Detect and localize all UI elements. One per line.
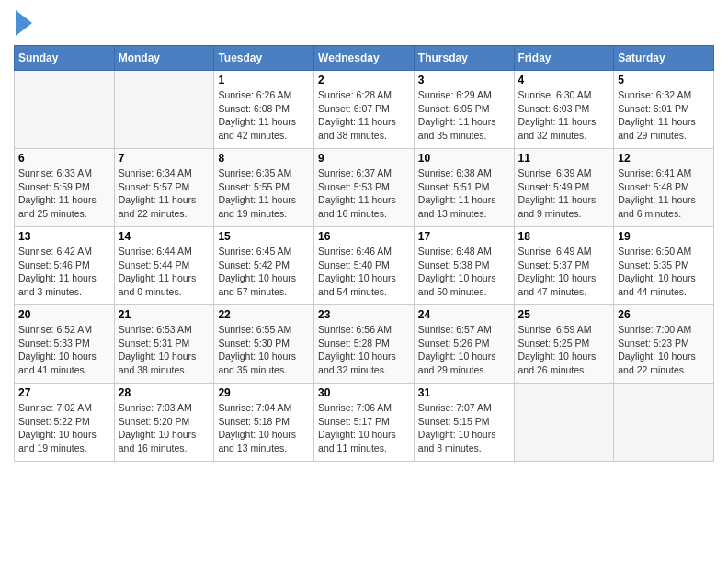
day-cell: 6Sunrise: 6:33 AM Sunset: 5:59 PM Daylig… (15, 149, 115, 227)
day-number: 18 (518, 230, 610, 243)
day-cell: 7Sunrise: 6:34 AM Sunset: 5:57 PM Daylig… (114, 149, 214, 227)
day-cell: 9Sunrise: 6:37 AM Sunset: 5:53 PM Daylig… (314, 149, 415, 227)
weekday-header-wednesday: Wednesday (314, 46, 415, 71)
day-number: 10 (418, 152, 510, 165)
day-cell: 2Sunrise: 6:28 AM Sunset: 6:07 PM Daylig… (314, 71, 415, 149)
day-info: Sunrise: 6:50 AM Sunset: 5:35 PM Dayligh… (618, 245, 710, 299)
day-number: 25 (518, 308, 610, 321)
day-info: Sunrise: 6:56 AM Sunset: 5:28 PM Dayligh… (318, 323, 410, 377)
day-cell: 14Sunrise: 6:44 AM Sunset: 5:44 PM Dayli… (114, 227, 214, 305)
day-info: Sunrise: 7:04 AM Sunset: 5:18 PM Dayligh… (218, 401, 310, 455)
logo (14, 14, 32, 36)
day-cell: 13Sunrise: 6:42 AM Sunset: 5:46 PM Dayli… (15, 227, 115, 305)
day-cell: 17Sunrise: 6:48 AM Sunset: 5:38 PM Dayli… (414, 227, 514, 305)
day-cell: 18Sunrise: 6:49 AM Sunset: 5:37 PM Dayli… (514, 227, 614, 305)
day-info: Sunrise: 6:49 AM Sunset: 5:37 PM Dayligh… (518, 245, 610, 299)
day-cell: 11Sunrise: 6:39 AM Sunset: 5:49 PM Dayli… (514, 149, 614, 227)
day-info: Sunrise: 6:28 AM Sunset: 6:07 PM Dayligh… (318, 88, 410, 143)
day-info: Sunrise: 6:39 AM Sunset: 5:49 PM Dayligh… (518, 167, 610, 221)
calendar: SundayMondayTuesdayWednesdayThursdayFrid… (14, 45, 714, 462)
week-row-2: 6Sunrise: 6:33 AM Sunset: 5:59 PM Daylig… (15, 149, 714, 227)
day-info: Sunrise: 7:02 AM Sunset: 5:22 PM Dayligh… (18, 401, 110, 455)
day-number: 21 (119, 308, 210, 321)
day-number: 28 (119, 386, 210, 399)
weekday-header-monday: Monday (114, 46, 214, 71)
logo-arrow-icon (16, 10, 32, 36)
day-number: 2 (318, 74, 410, 86)
day-number: 19 (618, 230, 710, 243)
day-info: Sunrise: 7:07 AM Sunset: 5:15 PM Dayligh… (418, 401, 510, 455)
day-number: 14 (119, 230, 210, 243)
day-cell: 16Sunrise: 6:46 AM Sunset: 5:40 PM Dayli… (314, 227, 415, 305)
week-row-1: 1Sunrise: 6:26 AM Sunset: 6:08 PM Daylig… (15, 71, 714, 149)
day-number: 8 (218, 152, 310, 165)
day-cell: 22Sunrise: 6:55 AM Sunset: 5:30 PM Dayli… (214, 305, 314, 384)
day-info: Sunrise: 7:03 AM Sunset: 5:20 PM Dayligh… (119, 401, 210, 455)
day-cell: 30Sunrise: 7:06 AM Sunset: 5:17 PM Dayli… (314, 384, 415, 462)
day-cell: 5Sunrise: 6:32 AM Sunset: 6:01 PM Daylig… (614, 71, 714, 149)
day-cell: 27Sunrise: 7:02 AM Sunset: 5:22 PM Dayli… (15, 384, 115, 462)
day-info: Sunrise: 6:53 AM Sunset: 5:31 PM Dayligh… (119, 323, 210, 377)
day-number: 5 (618, 74, 710, 86)
day-number: 4 (518, 74, 610, 86)
day-info: Sunrise: 6:41 AM Sunset: 5:48 PM Dayligh… (618, 167, 710, 221)
day-cell: 4Sunrise: 6:30 AM Sunset: 6:03 PM Daylig… (514, 71, 614, 149)
day-cell: 25Sunrise: 6:59 AM Sunset: 5:25 PM Dayli… (514, 305, 614, 384)
day-number: 17 (418, 230, 510, 243)
day-info: Sunrise: 6:37 AM Sunset: 5:53 PM Dayligh… (318, 167, 410, 221)
day-number: 23 (318, 308, 410, 321)
day-cell: 24Sunrise: 6:57 AM Sunset: 5:26 PM Dayli… (414, 305, 514, 384)
week-row-5: 27Sunrise: 7:02 AM Sunset: 5:22 PM Dayli… (15, 384, 714, 462)
week-row-4: 20Sunrise: 6:52 AM Sunset: 5:33 PM Dayli… (15, 305, 714, 384)
day-cell: 8Sunrise: 6:35 AM Sunset: 5:55 PM Daylig… (214, 149, 314, 227)
day-cell: 29Sunrise: 7:04 AM Sunset: 5:18 PM Dayli… (214, 384, 314, 462)
day-number: 20 (18, 308, 110, 321)
day-cell: 19Sunrise: 6:50 AM Sunset: 5:35 PM Dayli… (614, 227, 714, 305)
day-cell: 26Sunrise: 7:00 AM Sunset: 5:23 PM Dayli… (614, 305, 714, 384)
day-number: 1 (218, 74, 310, 86)
day-info: Sunrise: 6:32 AM Sunset: 6:01 PM Dayligh… (618, 88, 710, 143)
weekday-header-friday: Friday (514, 46, 614, 71)
day-info: Sunrise: 6:59 AM Sunset: 5:25 PM Dayligh… (518, 323, 610, 377)
day-cell (114, 71, 214, 149)
day-cell: 1Sunrise: 6:26 AM Sunset: 6:08 PM Daylig… (214, 71, 314, 149)
weekday-header-saturday: Saturday (614, 46, 714, 71)
day-number: 30 (318, 386, 410, 399)
day-cell (514, 384, 614, 462)
weekday-header-sunday: Sunday (15, 46, 115, 71)
day-number: 7 (119, 152, 210, 165)
day-info: Sunrise: 6:44 AM Sunset: 5:44 PM Dayligh… (119, 245, 210, 299)
day-info: Sunrise: 6:38 AM Sunset: 5:51 PM Dayligh… (418, 167, 510, 221)
day-number: 6 (18, 152, 110, 165)
day-info: Sunrise: 6:33 AM Sunset: 5:59 PM Dayligh… (18, 167, 110, 221)
day-number: 22 (218, 308, 310, 321)
day-info: Sunrise: 6:26 AM Sunset: 6:08 PM Dayligh… (218, 88, 310, 143)
day-info: Sunrise: 6:45 AM Sunset: 5:42 PM Dayligh… (218, 245, 310, 299)
day-number: 31 (418, 386, 510, 399)
day-cell: 10Sunrise: 6:38 AM Sunset: 5:51 PM Dayli… (414, 149, 514, 227)
weekday-header-thursday: Thursday (414, 46, 514, 71)
day-info: Sunrise: 7:06 AM Sunset: 5:17 PM Dayligh… (318, 401, 410, 455)
day-info: Sunrise: 6:42 AM Sunset: 5:46 PM Dayligh… (18, 245, 110, 299)
day-number: 11 (518, 152, 610, 165)
day-cell: 23Sunrise: 6:56 AM Sunset: 5:28 PM Dayli… (314, 305, 415, 384)
day-cell: 20Sunrise: 6:52 AM Sunset: 5:33 PM Dayli… (15, 305, 115, 384)
day-info: Sunrise: 6:57 AM Sunset: 5:26 PM Dayligh… (418, 323, 510, 377)
day-cell: 31Sunrise: 7:07 AM Sunset: 5:15 PM Dayli… (414, 384, 514, 462)
weekday-header-tuesday: Tuesday (214, 46, 314, 71)
day-number: 29 (218, 386, 310, 399)
day-cell (15, 71, 115, 149)
day-number: 26 (618, 308, 710, 321)
day-number: 16 (318, 230, 410, 243)
day-number: 3 (418, 74, 510, 86)
weekday-header-row: SundayMondayTuesdayWednesdayThursdayFrid… (15, 46, 714, 71)
day-number: 9 (318, 152, 410, 165)
day-info: Sunrise: 6:34 AM Sunset: 5:57 PM Dayligh… (119, 167, 210, 221)
day-info: Sunrise: 6:55 AM Sunset: 5:30 PM Dayligh… (218, 323, 310, 377)
day-info: Sunrise: 6:35 AM Sunset: 5:55 PM Dayligh… (218, 167, 310, 221)
day-cell: 21Sunrise: 6:53 AM Sunset: 5:31 PM Dayli… (114, 305, 214, 384)
day-info: Sunrise: 6:52 AM Sunset: 5:33 PM Dayligh… (18, 323, 110, 377)
day-cell (614, 384, 714, 462)
day-cell: 15Sunrise: 6:45 AM Sunset: 5:42 PM Dayli… (214, 227, 314, 305)
day-info: Sunrise: 6:46 AM Sunset: 5:40 PM Dayligh… (318, 245, 410, 299)
